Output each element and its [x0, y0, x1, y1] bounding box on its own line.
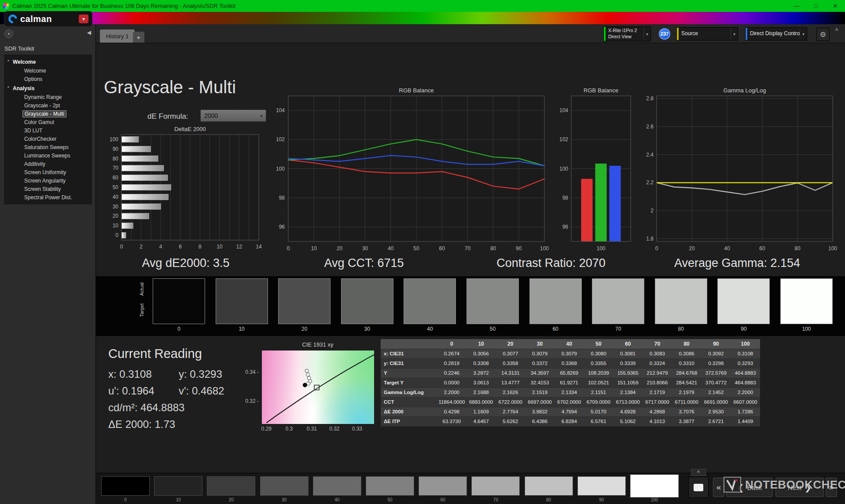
pattern-patch-40[interactable] — [313, 476, 361, 496]
sidebar-item-grayscale-2pt[interactable]: Grayscale - 2pt — [4, 101, 92, 110]
axis-label: 60 — [439, 245, 445, 252]
pattern-patch-70[interactable] — [471, 476, 520, 496]
pattern-window-button[interactable] — [688, 477, 709, 498]
calman-logo[interactable]: calman ▾ — [4, 11, 92, 27]
next-chevron-icon: ❯ — [805, 482, 812, 493]
logo-menu-button[interactable]: ▾ — [79, 15, 88, 23]
table-cell: 5.6262 — [496, 416, 525, 426]
table-row: Y0.22463.287214.313134.359765.8269108.20… — [381, 368, 760, 378]
add-tab-button[interactable]: + — [133, 32, 144, 43]
tree-group-analysis[interactable]: ▴Analysis — [4, 83, 92, 93]
table-cell: 0.3108 — [731, 349, 760, 358]
axis-label: 100 — [540, 245, 549, 252]
rgb-balance-bar-chart: 9698100102104100RGB Balance — [558, 87, 637, 256]
de-formula-select[interactable]: 2000 ▾ — [200, 110, 266, 122]
close-button[interactable]: ✕ — [826, 0, 845, 12]
sidebar-item-3d-lut[interactable]: 3D LUT — [4, 126, 92, 135]
axis-label: 100 — [828, 245, 837, 252]
axis-label: 102 — [559, 136, 568, 142]
table-row: ΔE 20000.42981.16092.77643.98324.75945.0… — [381, 407, 760, 416]
sidebar-item-label: Screen Stability — [22, 186, 62, 192]
next-label: Next — [788, 484, 801, 491]
table-cell: 6.8284 — [555, 416, 584, 426]
table-cell: 2.6721 — [701, 416, 731, 426]
pattern-patch-label: 10 — [154, 497, 202, 502]
pattern-patch-label: 30 — [260, 497, 309, 502]
back-button[interactable]: ❮ Back — [726, 478, 773, 497]
target-point — [314, 385, 319, 390]
workflow-home-button[interactable] — [4, 29, 13, 38]
table-cell: 0.3310 — [672, 358, 702, 368]
sidebar-item-spectral-power-dist[interactable]: Spectral Power Dist. — [4, 193, 92, 201]
sidebar-item-color-gamut[interactable]: Color Gamut — [4, 118, 92, 126]
last-page-button[interactable]: » — [826, 478, 837, 497]
pattern-patch-60[interactable] — [419, 476, 467, 496]
table-cell: 11864.0000 — [437, 397, 467, 407]
axis-label: 30 — [362, 245, 368, 252]
axis-label: 20 — [337, 245, 343, 252]
table-row: CCT11864.00006883.00006722.00006697.0000… — [381, 397, 760, 407]
sidebar-item-screen-stability[interactable]: Screen Stability — [4, 185, 92, 193]
sidebar-item-additivity[interactable]: Additivity — [4, 160, 92, 168]
calman-wordmark: calman — [20, 14, 79, 24]
settings-gear-button[interactable]: ⚙ — [816, 28, 830, 41]
sidebar-item-saturation-sweeps[interactable]: Saturation Sweeps — [4, 143, 92, 151]
sidebar-item-grayscale-multi[interactable]: Grayscale - Multi — [4, 110, 92, 118]
axis-label: 70 — [465, 245, 471, 252]
table-cell: 0.3293 — [731, 358, 760, 368]
table-cell: 2.1979 — [672, 387, 702, 397]
gray-swatch-label: 50 — [467, 326, 519, 332]
pattern-patch-90[interactable] — [577, 476, 626, 496]
pattern-patch-80[interactable] — [525, 476, 573, 496]
pattern-patch-100[interactable] — [630, 475, 679, 497]
cie-x-tick-label: 0.29 — [257, 426, 275, 432]
gray-swatch-label: 100 — [780, 326, 833, 332]
table-cell: 212.9479 — [643, 368, 672, 378]
table-row: x: CIE310.26740.30560.30770.30790.30790.… — [381, 349, 760, 358]
maximize-button[interactable]: □ — [806, 0, 826, 12]
gray-swatch-label: 20 — [278, 326, 331, 332]
deltae-chart: 100908070605040302010002468101214DeltaE … — [99, 126, 266, 256]
axis-label: 104 — [559, 107, 568, 113]
minimize-button[interactable]: — — [787, 0, 806, 12]
next-button[interactable]: Next ❯ — [775, 478, 824, 497]
collapse-toolbar-button[interactable]: ^ — [832, 27, 841, 34]
table-cell: 0.3056 — [467, 349, 496, 358]
display-control-selector[interactable]: Direct Display Control ▾ — [745, 27, 807, 40]
table-cell: 6607.0000 — [731, 397, 760, 407]
rgb-balance-line-chart: 96981001021040102030405060708090100RGB B… — [264, 87, 555, 256]
deltae-bar — [122, 185, 171, 190]
sidebar-item-colorchecker[interactable]: ColorChecker — [4, 135, 92, 143]
sidebar-item-label: Grayscale - 2pt — [22, 102, 62, 109]
collapse-sidebar-button[interactable]: ◀ — [87, 29, 91, 36]
gray-swatch-80 — [655, 278, 707, 324]
table-cell: 108.2039 — [584, 368, 614, 378]
reading-value: y: 0.3293 — [179, 368, 222, 380]
sidebar-item-options[interactable]: Options — [4, 75, 92, 83]
sidebar-item-welcome[interactable]: Welcome — [4, 66, 92, 75]
cie-1931-chart — [262, 351, 374, 424]
pattern-patch-20[interactable] — [207, 476, 255, 496]
table-cell: 6.5761 — [584, 416, 614, 426]
pattern-patch-0[interactable] — [101, 476, 150, 496]
sidebar-item-luminance-sweeps[interactable]: Luminance Sweeps — [4, 151, 92, 160]
pattern-patch-10[interactable] — [154, 476, 202, 496]
tree-group-welcome[interactable]: ▴Welcome — [4, 57, 92, 66]
gray-swatch-label: 70 — [592, 326, 644, 332]
sidebar-item-screen-uniformity[interactable]: Screen Uniformity — [4, 168, 92, 176]
table-cell: 3.2872 — [467, 368, 496, 378]
meter-count-badge: 237 — [659, 28, 670, 40]
tab-history-1[interactable]: History 1 — [100, 29, 135, 43]
source-selector[interactable]: Source ▾ — [676, 27, 738, 40]
pattern-patch-50[interactable] — [366, 476, 414, 496]
pattern-patch-30[interactable] — [260, 476, 309, 496]
sidebar-item-dynamic-range[interactable]: Dynamic Range — [4, 93, 92, 101]
first-page-button[interactable]: « — [713, 478, 724, 497]
table-cell: 3.9832 — [525, 407, 555, 416]
meter-selector[interactable]: X-Rite i1Pro 2 Direct View ▾ — [603, 26, 651, 41]
pattern-bar-collapse-button[interactable]: ^ — [691, 469, 706, 476]
cie-chart-title: CIE 1931 xy — [302, 341, 334, 348]
sidebar-item-screen-angularity[interactable]: Screen Angularity — [4, 176, 92, 185]
reading-value: ΔE 2000: 1.73 — [108, 418, 179, 431]
calman-c-icon — [7, 13, 19, 25]
